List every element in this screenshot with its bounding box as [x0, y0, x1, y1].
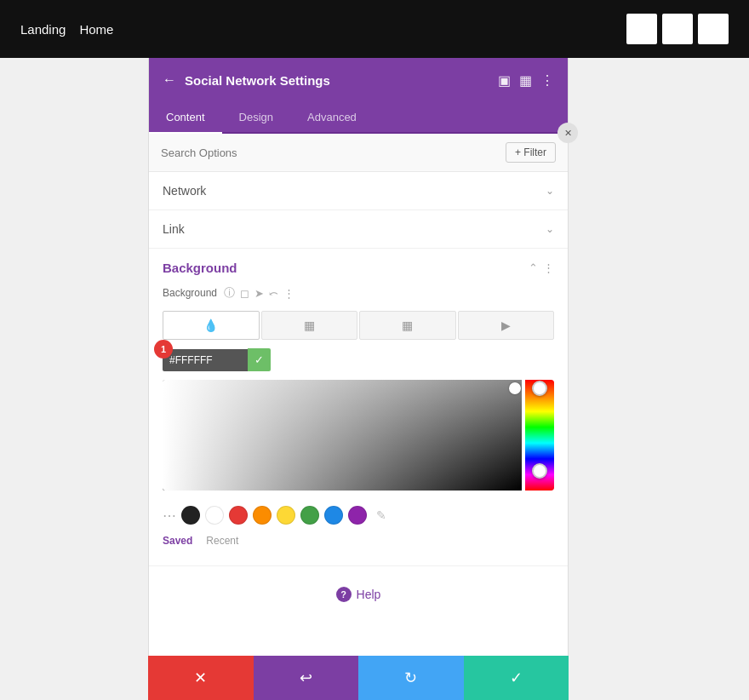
- square-1[interactable]: [626, 14, 657, 44]
- saved-recent-tabs: Saved Recent: [163, 531, 554, 554]
- tab-content[interactable]: Content: [149, 102, 222, 134]
- help-section: ? Help: [149, 566, 568, 609]
- square-2[interactable]: [662, 14, 693, 44]
- more-icon[interactable]: ⋮: [540, 72, 554, 89]
- help-icon: ?: [336, 587, 352, 602]
- swatches-row: ⋯ ✎: [163, 499, 554, 531]
- background-section: Background ⌃ ⋮ Background ⓘ ◻ ➤ ⤺ ⋮: [149, 249, 568, 566]
- color-tab-solid[interactable]: 💧: [163, 311, 260, 340]
- settings-modal: ← Social Network Settings ▣ ▦ ⋮ ✕ Conten…: [148, 58, 569, 700]
- swatch-edit-button[interactable]: ✎: [372, 506, 391, 525]
- undo-button[interactable]: ↩: [254, 656, 359, 700]
- color-tab-gradient[interactable]: ▦: [261, 311, 358, 340]
- filter-button[interactable]: + Filter: [506, 142, 556, 163]
- search-input[interactable]: [161, 146, 506, 159]
- swatch-orange[interactable]: [253, 506, 272, 525]
- search-bar: + Filter: [149, 134, 568, 172]
- swatch-yellow[interactable]: [277, 506, 295, 525]
- undo-small-icon[interactable]: ⤺: [269, 287, 278, 300]
- swatch-red[interactable]: [229, 506, 248, 525]
- link-label: Link: [163, 222, 185, 236]
- gradient-main: [163, 380, 522, 491]
- tab-advanced[interactable]: Advanced: [290, 102, 374, 134]
- filter-label: + Filter: [515, 146, 546, 158]
- network-section-header[interactable]: Network ⌄: [149, 172, 568, 210]
- nav-links: Landing Home: [20, 22, 613, 37]
- link-section-header[interactable]: Link ⌄: [149, 210, 568, 249]
- step-badge: 1: [154, 340, 173, 359]
- network-label: Network: [163, 184, 206, 198]
- link-chevron: ⌄: [546, 223, 554, 235]
- bg-more-icon[interactable]: ⋮: [543, 261, 554, 274]
- modal-header-icons: ▣ ▦ ⋮: [498, 72, 554, 89]
- swatch-black[interactable]: [181, 506, 200, 525]
- color-picker-wrapper: 1 ✓: [163, 348, 554, 491]
- bottom-toolbar: ✕ ↩ ↻ ✓: [148, 656, 569, 700]
- save-button[interactable]: ✓: [464, 656, 569, 700]
- gradient-picker-handle[interactable]: [509, 382, 521, 394]
- background-row-label: Background: [163, 287, 217, 299]
- background-row: Background ⓘ ◻ ➤ ⤺ ⋮: [163, 285, 554, 301]
- swatch-white[interactable]: [205, 506, 224, 525]
- nav-home[interactable]: Home: [79, 22, 113, 37]
- copy-icon[interactable]: ◻: [240, 287, 249, 300]
- back-button[interactable]: ←: [163, 72, 176, 88]
- modal-title: Social Network Settings: [185, 73, 489, 88]
- swatch-green[interactable]: [300, 506, 319, 525]
- help-button[interactable]: ? Help: [336, 587, 381, 602]
- modal-tabs: Content Design Advanced: [149, 102, 568, 134]
- columns-icon[interactable]: ▦: [519, 72, 532, 89]
- modal-content: Network ⌄ Link ⌄ Background ⌃ ⋮: [149, 172, 568, 700]
- hue-handle-top[interactable]: [532, 381, 547, 396]
- top-bar-squares: [626, 14, 729, 44]
- redo-button[interactable]: ↻: [358, 656, 464, 700]
- color-tab-video[interactable]: ▶: [458, 311, 555, 340]
- swatches-more-button[interactable]: ⋯: [163, 508, 176, 524]
- responsive-icon[interactable]: ▣: [498, 72, 511, 89]
- save-icon: ✓: [510, 668, 523, 687]
- cancel-button[interactable]: ✕: [148, 656, 254, 700]
- bg-tool-icons: ⓘ ◻ ➤ ⤺ ⋮: [224, 285, 294, 301]
- hex-input-row: ✓: [163, 348, 554, 371]
- saved-tab[interactable]: Saved: [163, 535, 192, 547]
- hex-input[interactable]: [163, 349, 248, 371]
- square-3[interactable]: [698, 14, 729, 44]
- cursor-icon[interactable]: ➤: [254, 287, 264, 300]
- cancel-icon: ✕: [194, 668, 207, 687]
- swatch-blue[interactable]: [324, 506, 343, 525]
- hue-handle-bottom[interactable]: [532, 463, 547, 479]
- background-header: Background ⌃ ⋮: [163, 261, 554, 275]
- help-label: Help: [357, 588, 381, 601]
- hex-confirm-button[interactable]: ✓: [248, 348, 271, 371]
- hue-slider[interactable]: [525, 380, 554, 491]
- network-chevron: ⌄: [546, 185, 554, 197]
- background-section-icons: ⌃ ⋮: [529, 261, 554, 274]
- tab-design[interactable]: Design: [222, 102, 290, 134]
- dots-icon[interactable]: ⋮: [283, 287, 294, 300]
- swatch-purple[interactable]: [348, 506, 367, 525]
- modal-close-button[interactable]: ✕: [557, 123, 578, 143]
- redo-icon: ↻: [404, 668, 417, 687]
- color-type-tabs: 💧 ▦ ▦ ▶: [163, 311, 554, 340]
- top-bar: Landing Home: [0, 0, 749, 58]
- undo-icon: ↩: [300, 668, 312, 687]
- collapse-icon[interactable]: ⌃: [529, 261, 538, 274]
- color-tab-image[interactable]: ▦: [359, 311, 456, 340]
- help-circle-icon[interactable]: ⓘ: [224, 285, 235, 301]
- modal-header: ← Social Network Settings ▣ ▦ ⋮: [149, 58, 568, 102]
- nav-landing[interactable]: Landing: [20, 22, 66, 37]
- gradient-canvas[interactable]: [163, 380, 554, 491]
- background-title: Background: [163, 261, 237, 275]
- page-area: ← Social Network Settings ▣ ▦ ⋮ ✕ Conten…: [0, 58, 749, 700]
- recent-tab[interactable]: Recent: [206, 535, 238, 547]
